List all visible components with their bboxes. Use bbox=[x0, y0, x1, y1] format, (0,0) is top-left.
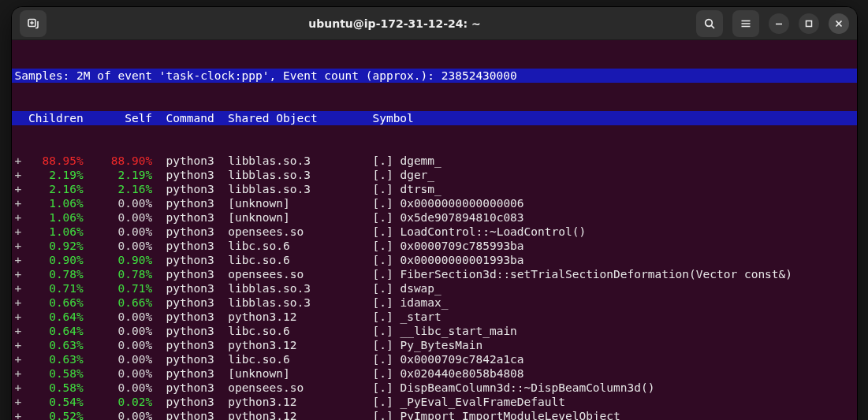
window-title: ubuntu@ip-172-31-12-24: ~ bbox=[114, 17, 676, 31]
close-icon bbox=[834, 19, 844, 28]
maximize-button[interactable] bbox=[799, 13, 819, 34]
close-button[interactable] bbox=[829, 13, 849, 34]
titlebar: ubuntu@ip-172-31-12-24: ~ bbox=[12, 7, 857, 40]
perf-row[interactable]: + 2.16% 2.16% python3 libblas.so.3 [.] d… bbox=[12, 182, 857, 196]
perf-row[interactable]: + 0.78% 0.78% python3 opensees.so [.] Fi… bbox=[12, 267, 857, 281]
perf-row[interactable]: + 0.54% 0.02% python3 python3.12 [.] _Py… bbox=[12, 395, 857, 409]
new-tab-button[interactable] bbox=[20, 10, 47, 37]
hamburger-icon bbox=[739, 17, 752, 30]
perf-row[interactable]: + 0.66% 0.66% python3 libblas.so.3 [.] i… bbox=[12, 295, 857, 310]
perf-row[interactable]: + 2.19% 2.19% python3 libblas.so.3 [.] d… bbox=[12, 168, 857, 182]
minimize-button[interactable] bbox=[769, 13, 789, 34]
menu-button[interactable] bbox=[732, 10, 759, 37]
search-icon bbox=[703, 17, 716, 30]
perf-row[interactable]: + 0.52% 0.00% python3 python3.12 [.] PyI… bbox=[12, 409, 857, 420]
svg-point-1 bbox=[705, 19, 712, 26]
perf-row[interactable]: + 0.64% 0.00% python3 python3.12 [.] _st… bbox=[12, 310, 857, 324]
maximize-icon bbox=[804, 19, 814, 28]
perf-row[interactable]: + 0.64% 0.00% python3 libc.so.6 [.] __li… bbox=[12, 324, 857, 338]
samples-line: Samples: 2M of event 'task-clock:ppp', E… bbox=[12, 69, 857, 83]
perf-row[interactable]: + 1.06% 0.00% python3 [unknown] [.] 0x00… bbox=[12, 196, 857, 210]
perf-rows: + 88.95% 88.90% python3 libblas.so.3 [.]… bbox=[12, 154, 857, 420]
perf-row[interactable]: + 0.71% 0.71% python3 libblas.so.3 [.] d… bbox=[12, 281, 857, 295]
perf-row[interactable]: + 0.58% 0.00% python3 opensees.so [.] Di… bbox=[12, 381, 857, 395]
terminal-body[interactable]: Samples: 2M of event 'task-clock:ppp', E… bbox=[12, 40, 857, 420]
columns-header: Children Self Command Shared Object Symb… bbox=[12, 111, 857, 125]
terminal-window: ubuntu@ip-172-31-12-24: ~ bbox=[11, 6, 858, 420]
perf-row[interactable]: + 1.06% 0.00% python3 [unknown] [.] 0x5d… bbox=[12, 210, 857, 225]
perf-row[interactable]: + 0.63% 0.00% python3 libc.so.6 [.] 0x00… bbox=[12, 352, 857, 366]
perf-row[interactable]: + 1.06% 0.00% python3 opensees.so [.] Lo… bbox=[12, 225, 857, 239]
perf-row[interactable]: + 88.95% 88.90% python3 libblas.so.3 [.]… bbox=[12, 154, 857, 168]
perf-row[interactable]: + 0.92% 0.00% python3 libc.so.6 [.] 0x00… bbox=[12, 239, 857, 253]
perf-row[interactable]: + 0.90% 0.90% python3 libc.so.6 [.] 0x00… bbox=[12, 253, 857, 267]
perf-row[interactable]: + 0.58% 0.00% python3 [unknown] [.] 0x02… bbox=[12, 366, 857, 381]
search-button[interactable] bbox=[696, 10, 723, 37]
svg-rect-2 bbox=[806, 20, 811, 26]
minimize-icon bbox=[774, 19, 784, 28]
perf-row[interactable]: + 0.63% 0.00% python3 python3.12 [.] Py_… bbox=[12, 338, 857, 352]
